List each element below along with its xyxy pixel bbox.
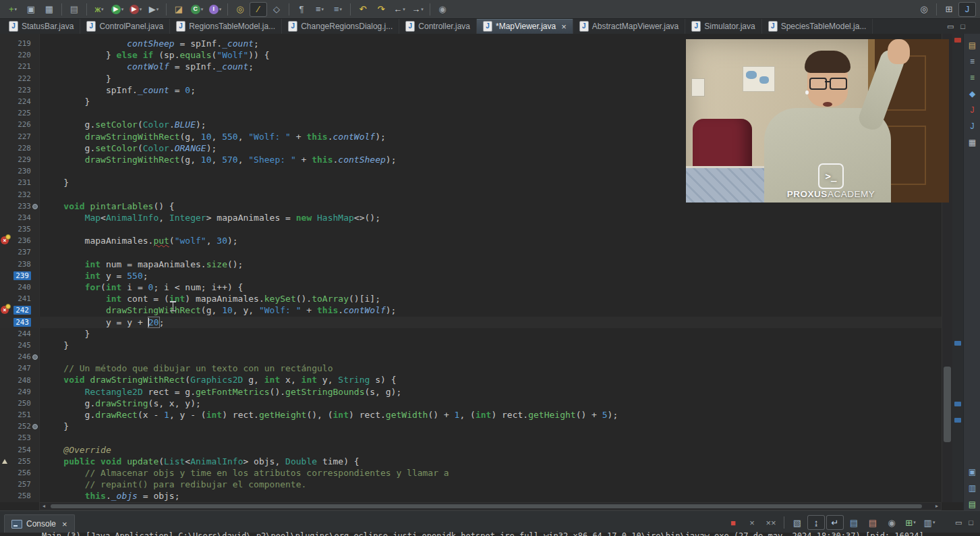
gutter-cell[interactable]: 220 [0, 49, 39, 61]
code-text[interactable]: @Override [39, 444, 111, 456]
tab-abstractmapviewer-java[interactable]: JAbstractMapViewer.java [573, 19, 686, 34]
coverage-button[interactable]: ▶▾ [127, 2, 144, 17]
open-console-button[interactable]: ⊞▾ [902, 515, 919, 530]
code-text[interactable]: this._objs = objs; [39, 490, 180, 502]
tab-speciestablemodel-ja[interactable]: JSpeciesTableModel.ja... [762, 19, 873, 34]
display-selected-console-button[interactable]: ▥▾ [921, 515, 938, 530]
gutter-cell[interactable]: 221 [0, 61, 39, 72]
new-interface-button[interactable]: I▾ [206, 2, 224, 17]
code-text[interactable]: drawStringWithRect(g, 10, 550, "Wolf: " … [39, 131, 386, 142]
overview-ruler[interactable] [952, 34, 963, 502]
code-text[interactable]: drawStringWithRect(g, 10, 570, "Sheep: "… [39, 154, 396, 165]
code-text[interactable]: contSheep = spInf._count; [39, 38, 259, 49]
minimize-editor-button[interactable]: ▭ [947, 22, 954, 31]
code-text[interactable]: // repaint() para redibujar el component… [39, 479, 306, 490]
java-perspective-button[interactable]: J [958, 2, 976, 17]
tab-controlpanel-java[interactable]: JControlPanel.java [80, 19, 170, 34]
next-edit-location-button[interactable]: ↷ [372, 2, 390, 17]
code-text[interactable]: g.drawString(s, x, y); [39, 398, 201, 409]
gutter-cell[interactable]: 257 [0, 479, 39, 490]
code-text[interactable] [39, 188, 42, 200]
gutter-cell[interactable]: 243 [0, 317, 39, 328]
run-external-tools-button[interactable]: ▶▾ [145, 2, 163, 17]
save-button[interactable]: ▣ [22, 2, 40, 17]
code-text[interactable]: } [39, 421, 69, 432]
toggle-mark-occurrences-button[interactable]: ∕ [250, 2, 267, 17]
occurrence-overview-mark[interactable] [954, 402, 961, 406]
sort-members-button[interactable]: ≡▾ [329, 2, 347, 17]
fold-marker-icon[interactable] [32, 204, 38, 209]
debug-button[interactable]: ж▾ [90, 2, 108, 17]
gutter-cell[interactable]: ×242 [0, 304, 39, 316]
new-java-project-button[interactable]: ◪ [170, 2, 188, 17]
code-text[interactable]: drawStringWithRect(g, 10, y, "Wolf: " + … [39, 304, 396, 316]
remove-launch-button[interactable]: × [743, 515, 761, 530]
code-text[interactable]: void drawStringWithRect(Graphics2D g, in… [39, 374, 396, 385]
gutter-cell[interactable]: 256 [0, 467, 39, 479]
horizontal-scrollbar-thumb[interactable] [51, 504, 922, 508]
search-view-icon[interactable]: ▥ [967, 482, 978, 493]
code-text[interactable]: public void update(List<AnimalInfo> objs… [39, 456, 359, 467]
previous-edit-location-button[interactable]: ↶ [354, 2, 372, 17]
gutter-cell[interactable]: 227 [0, 131, 39, 142]
code-text[interactable]: g.setColor(Color.ORANGE); [39, 142, 217, 154]
tab-console[interactable]: Console × [4, 514, 75, 533]
gutter-cell[interactable]: 241 [0, 293, 39, 304]
gutter-cell[interactable]: 249 [0, 386, 39, 398]
show-stdout-button[interactable]: ▤ [845, 515, 863, 530]
print-button[interactable]: ▤ [65, 2, 83, 17]
show-stderr-button[interactable]: ▤ [864, 515, 882, 530]
outline-icon[interactable]: ≡ [967, 72, 978, 83]
code-text[interactable] [39, 223, 42, 235]
code-text[interactable]: } [39, 340, 69, 351]
code-text[interactable]: spInf._count = 0; [39, 84, 196, 96]
code-text[interactable]: g.setColor(Color.BLUE); [39, 119, 206, 130]
gutter-cell[interactable]: 255 [0, 456, 39, 467]
quick-access-search-button[interactable]: ◎ [915, 2, 933, 17]
error-marker-icon[interactable]: × [1, 306, 9, 314]
gutter-cell[interactable]: 253 [0, 432, 39, 444]
vertical-scrollbar-thumb[interactable] [944, 367, 951, 442]
code-text[interactable]: Map<AnimalInfo, Integer> mapaAnimales = … [39, 212, 380, 223]
templates-icon[interactable]: ▦ [967, 136, 978, 148]
code-text[interactable] [39, 351, 42, 363]
scroll-lock-button[interactable]: ↨ [807, 515, 825, 530]
gutter-cell[interactable]: 252 [0, 421, 39, 432]
occurrence-overview-mark[interactable] [954, 418, 961, 423]
gutter-cell[interactable]: 237 [0, 246, 39, 258]
code-text[interactable] [39, 107, 42, 119]
forward-button[interactable]: →▾ [409, 2, 426, 17]
gutter-cell[interactable]: 228 [0, 142, 39, 154]
terminate-button[interactable]: ■ [724, 515, 742, 530]
horizontal-scrollbar[interactable]: ◂ ▸ [39, 502, 942, 510]
clear-console-button[interactable]: ▧ [788, 515, 806, 530]
gutter-cell[interactable]: 235 [0, 223, 39, 235]
code-text[interactable]: } else if (sp.equals("Wolf")) { [39, 49, 270, 61]
gutter-cell[interactable]: 240 [0, 282, 39, 293]
scroll-right-arrow-icon[interactable]: ▸ [933, 503, 941, 510]
code-text[interactable]: // Un método que dibujar un texto con un… [39, 363, 333, 374]
remove-all-launches-button[interactable]: ×× [762, 515, 780, 530]
fold-marker-icon[interactable] [32, 354, 38, 360]
gutter-cell[interactable]: 245 [0, 340, 39, 351]
gutter-cell[interactable]: 226 [0, 119, 39, 130]
gutter-cell[interactable]: 250 [0, 398, 39, 409]
fold-marker-icon[interactable] [32, 424, 38, 429]
search-button[interactable]: ◎ [231, 2, 249, 17]
tab-simulator-java[interactable]: JSimulator.java [685, 19, 761, 34]
code-text[interactable] [39, 246, 42, 258]
pin-editor-button[interactable]: ◉ [434, 2, 451, 17]
open-perspective-button[interactable]: ⊞ [940, 2, 958, 17]
tab-close-icon[interactable]: × [561, 22, 567, 32]
code-text[interactable]: // Almacenar objs y time en los atributo… [39, 467, 449, 479]
back-button[interactable]: ←▾ [391, 2, 408, 17]
restore-view-button[interactable]: □ [969, 518, 973, 527]
java-file-icon[interactable]: J [967, 120, 978, 132]
code-text[interactable]: int y = 550; [39, 270, 148, 282]
scroll-left-arrow-icon[interactable]: ◂ [40, 503, 48, 510]
gutter-cell[interactable]: 244 [0, 328, 39, 340]
gutter-cell[interactable]: 254 [0, 444, 39, 456]
word-wrap-button[interactable]: ↵ [826, 515, 844, 530]
error-overview-mark[interactable] [954, 38, 961, 43]
code-text[interactable]: y = y + 20; [39, 317, 165, 328]
